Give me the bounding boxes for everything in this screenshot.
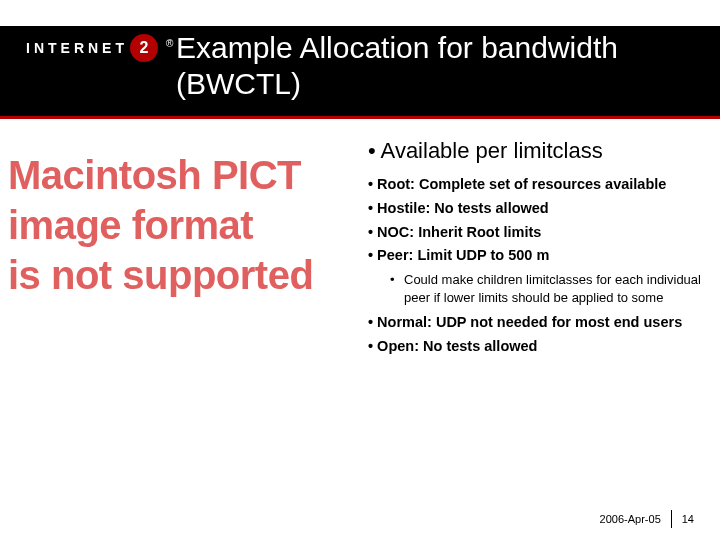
internet2-logo: INTERNET 2 ®: [26, 40, 173, 62]
pict-line-3: is not supported: [8, 250, 358, 300]
bullet-normal: • Normal: UDP not needed for most end us…: [368, 312, 708, 334]
logo-registered: ®: [166, 38, 173, 49]
bullet-hostile: • Hostile: No tests allowed: [368, 198, 708, 220]
pict-placeholder: Macintosh PICT image format is not suppo…: [8, 150, 358, 300]
footer-page: 14: [682, 513, 694, 525]
bullet-root: • Root: Complete set of resources availa…: [368, 174, 708, 196]
bullet-noc: • NOC: Inherit Root limits: [368, 222, 708, 244]
footer-divider: [671, 510, 672, 528]
slide-title: Example Allocation for bandwidth (BWCTL): [176, 30, 700, 102]
bullet-peer: • Peer: Limit UDP to 500 m: [368, 245, 708, 267]
bullet-open: • Open: No tests allowed: [368, 336, 708, 358]
pict-line-1: Macintosh PICT: [8, 150, 358, 200]
bullet-peer-sub: Could make children limitclasses for eac…: [390, 271, 708, 306]
header-underline: [0, 116, 720, 119]
lead-bullet: • Available per limitclass: [368, 138, 708, 164]
bullet-list: • Root: Complete set of resources availa…: [368, 174, 708, 358]
footer-date: 2006-Apr-05: [600, 513, 661, 525]
slide: { "logo": { "left": "INTERNET", "badge":…: [0, 0, 720, 540]
logo-text-left: INTERNET: [26, 40, 128, 56]
logo-badge: 2: [130, 34, 158, 62]
footer: 2006-Apr-05 14: [600, 510, 694, 528]
content-area: • Available per limitclass • Root: Compl…: [368, 138, 708, 360]
pict-line-2: image format: [8, 200, 358, 250]
